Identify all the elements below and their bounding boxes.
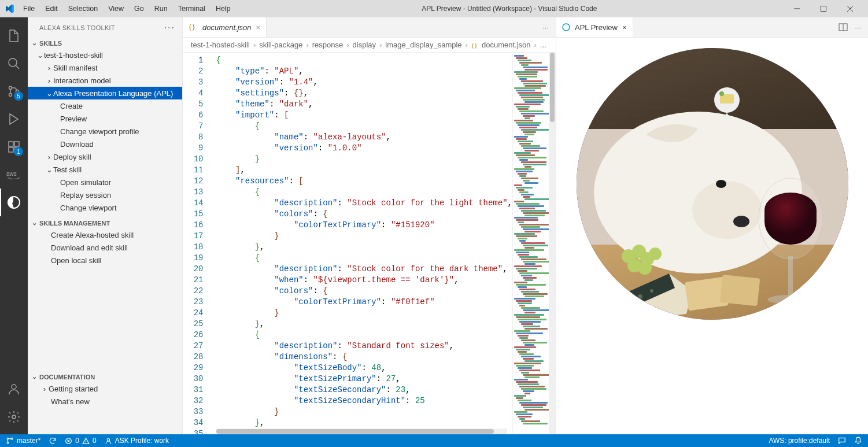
status-feedback-icon[interactable] (838, 437, 846, 445)
svg-point-47 (107, 438, 109, 441)
svg-point-42 (719, 91, 724, 96)
title-bar: File Edit Selection View Go Run Terminal… (0, 0, 868, 17)
alexa-icon (562, 23, 570, 31)
tree-deploy-skill[interactable]: ›Deploy skill (28, 150, 182, 163)
sync-icon (49, 437, 57, 445)
sidebar-title: ALEXA SKILLS TOOLKIT ··· (28, 17, 182, 38)
preview-tab-apl[interactable]: APL Preview × (556, 17, 633, 37)
svg-point-36 (650, 289, 653, 293)
status-bell-icon[interactable] (854, 437, 862, 445)
preview-pane: APL Preview × ··· (556, 17, 868, 434)
activity-scm-icon[interactable]: 5 (0, 77, 28, 105)
tree-skill[interactable]: ⌄test-1-hosted-skill (28, 49, 182, 61)
menu-file[interactable]: File (19, 2, 39, 15)
scrollbar-thumb[interactable] (550, 53, 555, 122)
tree-skill-manifest[interactable]: ›Skill manifest (28, 61, 182, 74)
code-content[interactable]: { "type": "APL", "version": "1.4", "sett… (213, 53, 512, 434)
code-editor[interactable]: 1234567891011121314151617181920212223242… (183, 53, 556, 434)
tree-interaction-model[interactable]: ›Interaction model (28, 74, 182, 87)
status-aws-profile[interactable]: AWS: profile:default (769, 437, 830, 445)
chevron-right-icon: › (534, 40, 537, 49)
crumb[interactable]: image_display_sample (385, 40, 461, 49)
horizontal-scrollbar[interactable] (216, 428, 507, 434)
crumb[interactable]: {} document.json (471, 40, 531, 49)
activity-settings-icon[interactable] (0, 403, 28, 431)
close-icon[interactable]: × (256, 23, 261, 32)
tree-replay-session[interactable]: Replay session (28, 189, 182, 201)
activity-search-icon[interactable] (0, 50, 28, 77)
line-numbers: 1234567891011121314151617181920212223242… (183, 53, 213, 434)
svg-rect-5 (9, 142, 13, 146)
tree-test-skill[interactable]: ⌄Test skill (28, 163, 182, 176)
chevron-down-icon: ⌄ (45, 165, 53, 174)
minimize-button[interactable] (784, 0, 810, 17)
tree-apl[interactable]: ⌄Alexa Presentation Language (APL) (28, 87, 182, 99)
tree-open-local[interactable]: Open local skill (28, 254, 182, 267)
minimap[interactable] (512, 53, 549, 434)
tree-apl-change-viewport-profile[interactable]: Change viewport profile (28, 125, 182, 138)
svg-rect-6 (9, 147, 13, 152)
chevron-right-icon: › (466, 40, 468, 49)
activity-aws-icon[interactable]: aws (0, 161, 28, 189)
vertical-scrollbar[interactable] (549, 53, 556, 434)
menu-edit[interactable]: Edit (40, 2, 62, 15)
section-documentation[interactable]: ⌄DOCUMENTATION (28, 371, 182, 382)
vscode-icon (5, 4, 14, 13)
editor-tab-document-json[interactable]: {} document.json × (183, 17, 267, 37)
section-skills-management[interactable]: ⌄SKILLS MANAGEMENT (28, 217, 182, 228)
maximize-button[interactable] (810, 0, 837, 17)
crumb[interactable]: display (353, 40, 376, 49)
activity-explorer-icon[interactable] (0, 22, 28, 50)
svg-point-24 (733, 216, 749, 227)
sidebar-more-icon[interactable]: ··· (164, 23, 175, 33)
tree-apl-create[interactable]: Create (28, 99, 182, 112)
activity-accounts-icon[interactable] (0, 375, 28, 403)
tree-download-edit[interactable]: Download and edit skill (28, 241, 182, 254)
tree-open-simulator[interactable]: Open simulator (28, 176, 182, 189)
tree-change-viewport[interactable]: Change viewport (28, 201, 182, 214)
close-button[interactable] (837, 0, 863, 17)
activity-alexa-icon[interactable] (0, 189, 28, 216)
svg-point-43 (7, 438, 9, 439)
svg-point-12 (12, 415, 16, 419)
scrollbar-thumb[interactable] (216, 429, 494, 434)
apl-preview-body (556, 38, 868, 434)
chevron-down-icon: ⌄ (30, 373, 38, 380)
tree-getting-started[interactable]: ›Getting started (28, 382, 182, 395)
preview-more-icon[interactable]: ··· (855, 23, 861, 32)
tree-apl-download[interactable]: Download (28, 138, 182, 150)
chevron-down-icon: ⌄ (45, 89, 53, 98)
tree-apl-preview[interactable]: Preview (28, 112, 182, 125)
chevron-down-icon: ⌄ (30, 39, 38, 47)
crumb[interactable]: ... (540, 40, 546, 49)
status-problems[interactable]: 0 0 (65, 437, 96, 445)
chevron-right-icon: › (306, 40, 308, 49)
menu-run[interactable]: Run (150, 2, 172, 15)
tree-whats-new[interactable]: What's new (28, 395, 182, 408)
status-branch[interactable]: master* (6, 437, 40, 445)
breadcrumbs[interactable]: test-1-hosted-skill› skill-package› resp… (183, 38, 556, 53)
status-sync[interactable] (49, 437, 57, 445)
chevron-down-icon: ⌄ (30, 219, 38, 227)
menu-view[interactable]: View (104, 2, 128, 15)
scm-badge: 5 (14, 91, 23, 101)
crumb[interactable]: skill-package (259, 40, 302, 49)
status-ask-profile[interactable]: ASK Profile: work (105, 437, 169, 445)
close-icon[interactable]: × (622, 23, 627, 32)
tree-create-hosted[interactable]: Create Alexa-hosted skill (28, 228, 182, 241)
crumb[interactable]: response (312, 40, 343, 49)
error-icon (65, 437, 72, 445)
activity-run-icon[interactable] (0, 105, 28, 133)
menu-terminal[interactable]: Terminal (173, 2, 210, 15)
menu-help[interactable]: Help (211, 2, 235, 15)
crumb[interactable]: test-1-hosted-skill (191, 40, 250, 49)
window-controls (784, 0, 863, 17)
git-branch-icon (6, 437, 14, 445)
editor-tabs: {} document.json × ··· (183, 17, 556, 38)
menu-go[interactable]: Go (130, 2, 149, 15)
editor-more-icon[interactable]: ··· (542, 23, 549, 32)
menu-selection[interactable]: Selection (64, 2, 102, 15)
section-skills[interactable]: ⌄SKILLS (28, 38, 182, 49)
split-editor-icon[interactable] (839, 23, 848, 32)
activity-extensions-icon[interactable]: 1 (0, 133, 28, 161)
